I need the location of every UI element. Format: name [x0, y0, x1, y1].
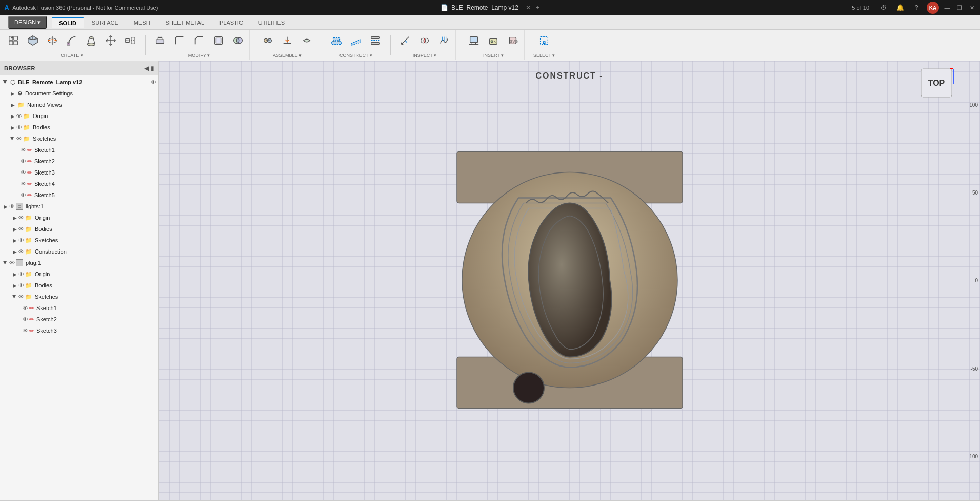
sweep-button[interactable] [63, 31, 81, 50]
notification-icon[interactable]: 🔔 [894, 2, 906, 14]
press-pull-button[interactable] [151, 31, 169, 50]
tab-surface[interactable]: SURFACE [85, 17, 126, 28]
plane-at-angle-button[interactable] [347, 31, 365, 50]
arrow-sketches[interactable]: ▶ [9, 135, 16, 142]
browser-menu-icon[interactable]: ▮ [151, 65, 154, 72]
close-button[interactable]: ✕ [968, 4, 976, 12]
eye-sketch5[interactable]: 👁 [21, 192, 26, 198]
help-icon[interactable]: ? [910, 2, 923, 14]
browser-collapse-icon[interactable]: ◀ [144, 65, 149, 72]
new-component-button[interactable] [4, 31, 23, 50]
tree-item-plug-origin[interactable]: ▶ 👁 📁 Origin [0, 268, 158, 280]
arrow-origin[interactable]: ▶ [9, 112, 16, 120]
arrow-named-views[interactable]: ▶ [9, 101, 16, 108]
tree-item-lights-bodies[interactable]: ▶ 👁 📁 Bodies [0, 223, 158, 235]
arrow-doc-settings[interactable]: ▶ [9, 90, 16, 97]
tree-item-plug-sketch2[interactable]: 👁 ✏ Sketch2 [0, 314, 158, 325]
tree-item-plug-sketch1[interactable]: 👁 ✏ Sketch1 [0, 302, 158, 314]
tree-item-sketch5[interactable]: 👁 ✏ Sketch5 [0, 189, 158, 201]
arrow-root[interactable]: ▶ [2, 79, 9, 86]
eye-plug-sketch2[interactable]: 👁 [23, 316, 28, 322]
eye-sketch2[interactable]: 👁 [21, 158, 26, 164]
eye-plug[interactable]: 👁 [9, 260, 15, 266]
eye-lights-origin[interactable]: 👁 [18, 215, 24, 221]
shell-button[interactable] [209, 31, 228, 50]
arrow-lights-origin[interactable]: ▶ [11, 214, 18, 221]
design-dropdown[interactable]: DESIGN ▾ [8, 16, 47, 29]
tree-item-lights[interactable]: ▶ 👁 □ lights:1 [0, 201, 158, 212]
combine-button[interactable] [229, 31, 247, 50]
eye-lights[interactable]: 👁 [9, 203, 15, 209]
decal-button[interactable] [484, 31, 503, 50]
tree-item-lights-origin[interactable]: ▶ 👁 📁 Origin [0, 212, 158, 223]
eye-plug-origin[interactable]: 👁 [18, 271, 24, 277]
arrow-plug-origin[interactable]: ▶ [11, 271, 18, 278]
tab-solid[interactable]: SOLID [52, 17, 84, 28]
tree-item-doc-settings[interactable]: ▶ ⚙ Document Settings [0, 88, 158, 99]
tab-utilities[interactable]: UTILITIES [251, 17, 292, 28]
select-button[interactable] [535, 31, 553, 50]
revolve-button[interactable] [43, 31, 62, 50]
minimize-button[interactable]: — [943, 4, 951, 12]
tab-plastic[interactable]: PLASTIC [212, 17, 250, 28]
tree-item-lights-sketches[interactable]: ▶ 👁 📁 Sketches [0, 235, 158, 246]
eye-lights-construction[interactable]: 👁 [18, 248, 24, 255]
arrow-plug-sketches[interactable]: ▶ [11, 293, 18, 300]
extrude-button[interactable] [24, 31, 42, 50]
eye-lights-bodies[interactable]: 👁 [18, 226, 24, 232]
canvas-button[interactable] [465, 31, 483, 50]
tree-item-sketch2[interactable]: 👁 ✏ Sketch2 [0, 156, 158, 167]
eye-plug-sketch3[interactable]: 👁 [23, 327, 28, 334]
eye-sketch1[interactable]: 👁 [21, 147, 26, 153]
offset-plane-button[interactable] [327, 31, 346, 50]
clock-icon[interactable]: ⏱ [877, 2, 890, 14]
eye-root[interactable]: 👁 [151, 79, 156, 85]
arrow-lights[interactable]: ▶ [2, 203, 9, 210]
interference-button[interactable] [415, 31, 434, 50]
tree-item-named-views[interactable]: ▶ 📁 Named Views [0, 99, 158, 110]
tree-item-origin[interactable]: ▶ 👁 📁 Origin [0, 110, 158, 122]
eye-plug-sketch1[interactable]: 👁 [23, 305, 28, 311]
eye-plug-sketches[interactable]: 👁 [18, 294, 24, 300]
tree-item-sketch1[interactable]: 👁 ✏ Sketch1 [0, 144, 158, 156]
arrow-lights-bodies[interactable]: ▶ [11, 225, 18, 233]
arrow-bodies[interactable]: ▶ [9, 124, 16, 131]
tree-item-lights-construction[interactable]: ▶ 👁 📁 Construction [0, 246, 158, 257]
tree-item-sketches[interactable]: ▶ 👁 📁 Sketches [0, 133, 158, 144]
arrow-lights-sketches[interactable]: ▶ [11, 237, 18, 244]
tree-item-root[interactable]: ▶ ⬡ BLE_Remote_Lamp v12 👁 [0, 76, 158, 88]
eye-lights-sketches[interactable]: 👁 [18, 237, 24, 243]
eye-sketch3[interactable]: 👁 [21, 169, 26, 176]
measure-button[interactable] [396, 31, 414, 50]
fillet-button[interactable] [170, 31, 189, 50]
loft-button[interactable] [82, 31, 101, 50]
viewcube[interactable]: TOP X Z [918, 66, 954, 102]
midplane-button[interactable] [366, 31, 385, 50]
tree-item-plug[interactable]: ▶ 👁 □ plug:1 [0, 257, 158, 268]
eye-plug-bodies[interactable]: 👁 [18, 282, 24, 288]
ground-button[interactable] [278, 31, 296, 50]
avatar[interactable]: KA [927, 2, 939, 14]
eye-sketches[interactable]: 👁 [16, 136, 22, 142]
eye-origin[interactable]: 👁 [16, 113, 22, 119]
tree-item-plug-bodies[interactable]: ▶ 👁 📁 Bodies [0, 280, 158, 291]
arrow-lights-construction[interactable]: ▶ [11, 248, 18, 255]
tree-item-sketch3[interactable]: 👁 ✏ Sketch3 [0, 167, 158, 178]
tree-item-plug-sketch3[interactable]: 👁 ✏ Sketch3 [0, 325, 158, 336]
tree-item-plug-sketches[interactable]: ▶ 👁 📁 Sketches [0, 291, 158, 302]
viewport[interactable]: CONSTRUCT - 100 50 0 -50 -100 TOP X Z [159, 61, 980, 500]
tree-item-sketch4[interactable]: 👁 ✏ Sketch4 [0, 178, 158, 189]
close-tab-icon[interactable]: ✕ [526, 4, 531, 11]
arrow-plug-bodies[interactable]: ▶ [11, 282, 18, 289]
arrow-plug[interactable]: ▶ [2, 259, 9, 266]
eye-bodies[interactable]: 👁 [16, 124, 22, 130]
tab-sheet-metal[interactable]: SHEET METAL [158, 17, 211, 28]
align-button[interactable] [121, 31, 139, 50]
tree-item-bodies[interactable]: ▶ 👁 📁 Bodies [0, 122, 158, 133]
tab-mesh[interactable]: MESH [127, 17, 157, 28]
chamfer-button[interactable] [190, 31, 208, 50]
move-button[interactable] [102, 31, 120, 50]
restore-button[interactable]: ❐ [955, 4, 964, 12]
motion-link-button[interactable] [297, 31, 316, 50]
new-tab-icon[interactable]: + [536, 4, 539, 11]
